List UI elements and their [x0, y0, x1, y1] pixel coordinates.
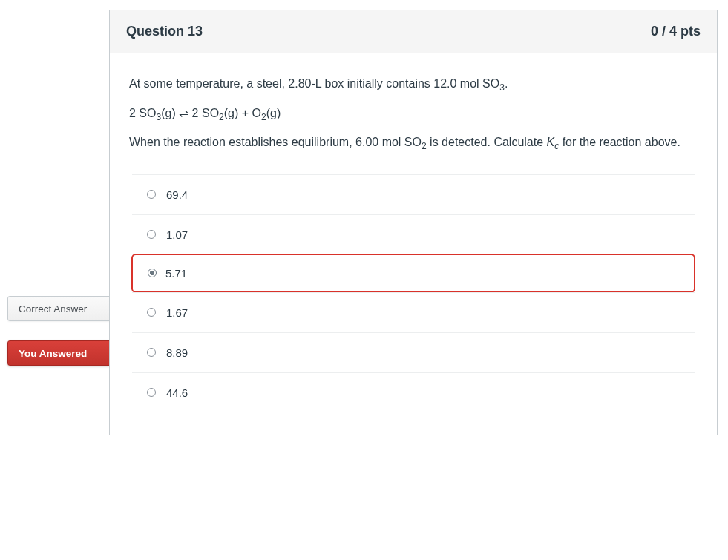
radio-icon — [147, 388, 156, 397]
answer-label: 8.89 — [166, 346, 188, 359]
answer-option[interactable]: 1.67 — [132, 292, 695, 332]
question-points: 0 / 4 pts — [651, 24, 701, 39]
correct-answer-flag: Correct Answer — [7, 296, 110, 321]
radio-icon — [147, 348, 156, 357]
question-line-3: When the reaction establishes equilibriu… — [129, 133, 698, 152]
question-equation: 2 SO3(g) ⇌ 2 SO2(g) + O2(g) — [129, 104, 698, 123]
answer-option[interactable]: 69.4 — [132, 174, 695, 214]
answer-label: 5.71 — [165, 267, 187, 280]
radio-icon — [147, 308, 156, 317]
question-line-1: At some temperature, a steel, 2.80-L box… — [129, 74, 698, 93]
radio-icon — [147, 230, 156, 239]
correct-answer-flag-label: Correct Answer — [19, 303, 87, 314]
question-card: Question 13 0 / 4 pts At some temperatur… — [109, 10, 718, 435]
question-body: At some temperature, a steel, 2.80-L box… — [110, 53, 717, 435]
answer-label: 44.6 — [166, 386, 188, 399]
answer-option[interactable]: 8.89 — [132, 332, 695, 372]
you-answered-flag: You Answered — [7, 340, 110, 366]
answer-label: 1.67 — [166, 306, 188, 319]
you-answered-flag-label: You Answered — [19, 348, 87, 359]
answer-label: 1.07 — [166, 228, 188, 241]
question-text: At some temperature, a steel, 2.80-L box… — [129, 74, 698, 152]
question-header: Question 13 0 / 4 pts — [110, 10, 717, 53]
question-title: Question 13 — [126, 24, 203, 39]
radio-icon — [147, 190, 156, 199]
answer-option[interactable]: 5.71 — [131, 254, 695, 293]
answer-option[interactable]: 44.6 — [132, 372, 695, 412]
answer-option[interactable]: 1.07 — [132, 214, 695, 254]
answer-label: 69.4 — [166, 188, 188, 201]
answer-list: 69.4 1.07 5.71 1.67 8.89 44.6 — [129, 174, 698, 427]
radio-icon — [148, 269, 157, 277]
